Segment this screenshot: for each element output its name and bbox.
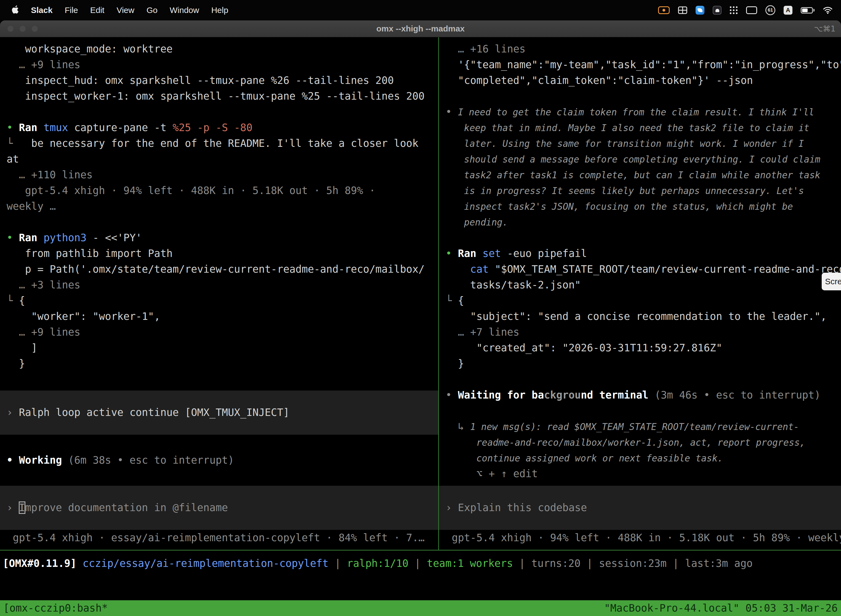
dots-grid-icon[interactable] — [730, 6, 738, 14]
terminal-line: tasks/task-2.json" — [439, 277, 841, 293]
terminal-line: "subject": "send a concise recommendatio… — [439, 308, 841, 324]
prompt-suggestion: › Explain this codebase — [439, 486, 841, 530]
terminal-content: workspace_mode: worktree … +9 lines insp… — [0, 37, 841, 616]
terminal-line: '{"team_name":"my-team","task_id":"1","f… — [439, 57, 841, 73]
battery-body — [801, 7, 813, 13]
terminal-line: later. Using the same for transition mig… — [439, 135, 841, 151]
terminal-line: is in progress? It seems likely but perh… — [439, 183, 841, 198]
terminal-line: "completed","claim_token":"claim-token"}… — [439, 73, 841, 88]
terminal-window: omx --xhigh --madmax ⌥⌘1 workspace_mode:… — [0, 21, 841, 616]
screen-recording-icon[interactable] — [658, 6, 670, 14]
tmux-status-bar: [omx-cczip0:bash* "MacBook-Pro-44.local"… — [0, 600, 841, 616]
terminal-line: readme-and-reco/mailbox/worker-1.json, a… — [439, 434, 841, 450]
terminal-line: … +9 lines — [0, 324, 438, 340]
terminal-line — [439, 230, 841, 246]
desktop-screen: Slack File Edit View Go Window Help 61 A — [0, 0, 841, 616]
menu-go[interactable]: Go — [147, 6, 158, 15]
battery-icon[interactable] — [801, 7, 815, 13]
terminal-line — [0, 214, 438, 230]
working-status: • Working (6m 38s • esc to interrupt) — [0, 452, 438, 468]
menu-edit[interactable]: Edit — [90, 6, 105, 15]
close-button[interactable] — [7, 25, 14, 32]
terminal-line: • Ran python3 - <<'PY' — [0, 230, 438, 246]
terminal-line: weekly … — [0, 198, 438, 214]
terminal-line — [439, 371, 841, 387]
terminal-line: } — [0, 356, 438, 371]
terminal-line — [0, 371, 438, 387]
terminal-line: keep that in mind. Maybe I also need the… — [439, 120, 841, 135]
pane-divider-horizontal — [0, 550, 841, 551]
minimize-button[interactable] — [19, 25, 26, 32]
terminal-line: should send a message before completing … — [439, 151, 841, 167]
edge-tooltip: Scre — [822, 273, 841, 290]
omx-session-status: [OMX#0.11.9] cczip/essay/ai-reimplementa… — [0, 556, 841, 571]
terminal-line: "created_at": "2026-03-31T11:59:27.816Z" — [439, 340, 841, 356]
terminal-line: inspect_worker-1: omx sparkshell --tmux-… — [0, 88, 438, 104]
menu-bar-status-icons: 61 A — [658, 5, 833, 15]
window-title: omx --xhigh --madmax — [0, 24, 841, 34]
input-source-icon[interactable]: A — [784, 6, 793, 15]
terminal-line: ↳ 1 new msg(s): read $OMX_TEAM_STATE_ROO… — [439, 419, 841, 434]
pane-status-line: gpt-5.4 xhigh · essay/ai-reimplementatio… — [0, 530, 438, 546]
display-mirroring-icon[interactable] — [746, 6, 757, 14]
terminal-line: continue assigned work or next feasible … — [439, 450, 841, 466]
menu-window[interactable]: Window — [170, 6, 199, 15]
tmux-pane-right[interactable]: … +16 lines '{"team_name":"my-team","tas… — [439, 37, 841, 550]
battery-percent-badge[interactable]: 61 — [765, 5, 775, 15]
terminal-line: • Ran set -euo pipefail — [439, 246, 841, 261]
menu-items: Slack File Edit View Go Window Help — [12, 5, 228, 15]
terminal-line: • Ran tmux capture-pane -t %25 -p -S -80 — [0, 120, 438, 135]
terminal-line — [0, 104, 438, 120]
terminal-line: p = Path('.omx/state/team/review-current… — [0, 261, 438, 277]
zoom-button[interactable] — [31, 25, 38, 32]
terminal-line — [439, 403, 841, 419]
apple-logo-icon — [12, 5, 19, 13]
terminal-line: "worker": "worker-1", — [0, 308, 438, 324]
pane-status-line: gpt-5.4 xhigh · 94% left · 488K in · 5.1… — [439, 530, 841, 546]
wifi-icon[interactable] — [823, 6, 833, 14]
terminal-line — [439, 88, 841, 104]
battery-nub — [813, 9, 815, 12]
terminal-line: • I need to get the claim token from the… — [439, 104, 841, 120]
menu-view[interactable]: View — [116, 6, 134, 15]
window-title-bar[interactable]: omx --xhigh --madmax ⌥⌘1 — [0, 21, 841, 37]
terminal-line: └ { — [439, 293, 841, 308]
battery-fill — [802, 9, 807, 12]
terminal-line: └ { — [0, 293, 438, 308]
terminal-app-icon[interactable] — [713, 6, 722, 15]
terminal-line: inspect_hud: omx sparkshell --tmux-pane … — [0, 73, 438, 88]
terminal-line: ⌥ + ↑ edit — [439, 466, 841, 482]
tmux-host-clock: "MacBook-Pro-44.local" 05:03 31-Mar-26 — [604, 600, 838, 616]
window-shortcut-hint: ⌥⌘1 — [814, 24, 841, 34]
tmux-pane-left[interactable]: workspace_mode: worktree … +9 lines insp… — [0, 37, 438, 550]
terminal-line: … +9 lines — [0, 57, 438, 73]
terminal-line: at — [0, 151, 438, 167]
prompt-input: › Improve documentation in @filename — [0, 486, 438, 530]
terminal-line: ] — [0, 340, 438, 356]
terminal-line: … +3 lines — [0, 277, 438, 293]
menu-file[interactable]: File — [64, 6, 78, 15]
terminal-line: … +16 lines — [439, 41, 841, 57]
menu-bar: Slack File Edit View Go Window Help 61 A — [0, 0, 841, 21]
omx-status-line: [OMX#0.11.9] cczip/essay/ai-reimplementa… — [0, 556, 841, 571]
window-tiling-icon[interactable] — [678, 6, 687, 14]
terminal-line: } — [439, 356, 841, 371]
menu-app-name[interactable]: Slack — [31, 6, 53, 15]
terminal-line: inspect task2's JSON, focusing on the st… — [439, 198, 841, 214]
tmux-session-label: [omx-cczip0:bash* — [3, 600, 108, 616]
terminal-line: task2 after task1 is complete, but can I… — [439, 167, 841, 183]
terminal-line: from pathlib import Path — [0, 246, 438, 261]
terminal-line: … +110 lines — [0, 167, 438, 183]
blue-app-icon[interactable] — [696, 6, 705, 15]
terminal-line: gpt-5.4 xhigh · 94% left · 488K in · 5.1… — [0, 183, 438, 198]
apple-menu-icon[interactable] — [12, 5, 19, 15]
waiting-status: • Waiting for background terminal (3m 46… — [439, 387, 841, 403]
injected-prompt: › Ralph loop active continue [OMX_TMUX_I… — [0, 390, 438, 435]
terminal-line: … +7 lines — [439, 324, 841, 340]
menu-help[interactable]: Help — [211, 6, 229, 15]
window-controls — [0, 25, 38, 32]
terminal-line: cat "$OMX_TEAM_STATE_ROOT/team/review-cu… — [439, 261, 841, 277]
terminal-line: pending. — [439, 214, 841, 230]
terminal-line: └ be necessary for the end of the README… — [0, 135, 438, 151]
terminal-line: workspace_mode: worktree — [0, 41, 438, 57]
